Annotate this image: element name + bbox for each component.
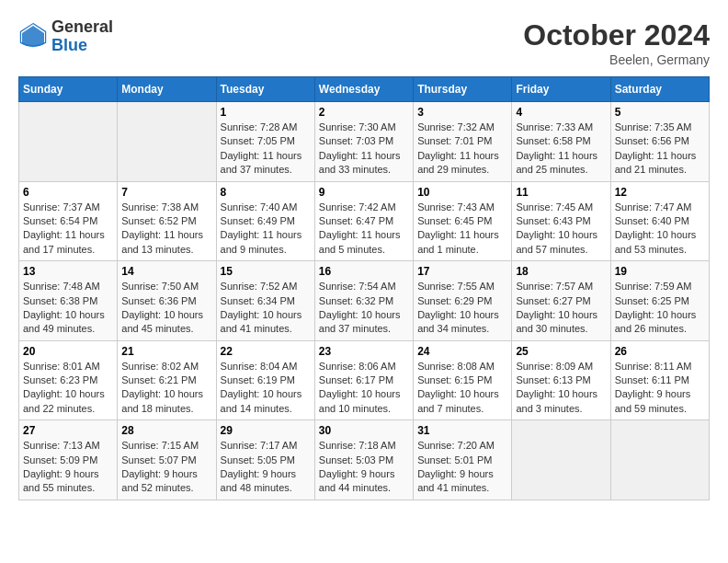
calendar-cell: 26Sunrise: 8:11 AM Sunset: 6:11 PM Dayli…	[610, 340, 709, 420]
calendar-cell: 1Sunrise: 7:28 AM Sunset: 7:05 PM Daylig…	[216, 102, 314, 182]
calendar-week-3: 13Sunrise: 7:48 AM Sunset: 6:38 PM Dayli…	[19, 261, 710, 341]
day-number: 9	[319, 186, 409, 199]
calendar-cell: 3Sunrise: 7:32 AM Sunset: 7:01 PM Daylig…	[414, 102, 512, 182]
day-info: Sunrise: 7:32 AM Sunset: 7:01 PM Dayligh…	[417, 121, 507, 178]
calendar-week-1: 1Sunrise: 7:28 AM Sunset: 7:05 PM Daylig…	[19, 102, 710, 182]
day-number: 25	[516, 345, 606, 358]
calendar-cell: 19Sunrise: 7:59 AM Sunset: 6:25 PM Dayli…	[610, 261, 709, 341]
calendar-cell: 24Sunrise: 8:08 AM Sunset: 6:15 PM Dayli…	[414, 340, 512, 420]
day-number: 3	[417, 106, 507, 119]
calendar-cell	[512, 420, 610, 500]
calendar-week-4: 20Sunrise: 8:01 AM Sunset: 6:23 PM Dayli…	[19, 340, 710, 420]
day-info: Sunrise: 8:01 AM Sunset: 6:23 PM Dayligh…	[23, 360, 113, 417]
calendar-cell: 18Sunrise: 7:57 AM Sunset: 6:27 PM Dayli…	[512, 261, 610, 341]
calendar-cell: 29Sunrise: 7:17 AM Sunset: 5:05 PM Dayli…	[216, 420, 314, 500]
day-info: Sunrise: 8:08 AM Sunset: 6:15 PM Dayligh…	[417, 360, 507, 417]
day-number: 6	[23, 186, 113, 199]
calendar-cell: 8Sunrise: 7:40 AM Sunset: 6:49 PM Daylig…	[216, 181, 314, 261]
calendar-cell: 17Sunrise: 7:55 AM Sunset: 6:29 PM Dayli…	[414, 261, 512, 341]
calendar-cell: 14Sunrise: 7:50 AM Sunset: 6:36 PM Dayli…	[118, 261, 216, 341]
day-info: Sunrise: 7:52 AM Sunset: 6:34 PM Dayligh…	[221, 280, 311, 337]
calendar-cell: 25Sunrise: 8:09 AM Sunset: 6:13 PM Dayli…	[512, 340, 610, 420]
logo: General Blue	[18, 18, 113, 55]
day-info: Sunrise: 7:43 AM Sunset: 6:45 PM Dayligh…	[417, 201, 507, 258]
day-number: 13	[23, 265, 113, 278]
day-number: 8	[221, 186, 311, 199]
day-info: Sunrise: 8:02 AM Sunset: 6:21 PM Dayligh…	[121, 360, 211, 417]
calendar-cell: 2Sunrise: 7:30 AM Sunset: 7:03 PM Daylig…	[314, 102, 413, 182]
calendar-header: SundayMondayTuesdayWednesdayThursdayFrid…	[19, 77, 710, 102]
day-number: 12	[615, 186, 705, 199]
day-number: 17	[417, 265, 507, 278]
day-info: Sunrise: 7:57 AM Sunset: 6:27 PM Dayligh…	[516, 280, 606, 337]
logo-blue: Blue	[51, 37, 113, 55]
weekday-header-tuesday: Tuesday	[216, 77, 314, 102]
calendar-cell: 12Sunrise: 7:47 AM Sunset: 6:40 PM Dayli…	[610, 181, 709, 261]
calendar-cell: 23Sunrise: 8:06 AM Sunset: 6:17 PM Dayli…	[314, 340, 413, 420]
location-subtitle: Beelen, Germany	[523, 52, 710, 67]
calendar-cell	[118, 102, 216, 182]
day-number: 4	[516, 106, 606, 119]
calendar-cell: 22Sunrise: 8:04 AM Sunset: 6:19 PM Dayli…	[216, 340, 314, 420]
day-number: 30	[319, 424, 409, 437]
day-info: Sunrise: 7:37 AM Sunset: 6:54 PM Dayligh…	[23, 201, 113, 258]
weekday-header-saturday: Saturday	[610, 77, 709, 102]
day-info: Sunrise: 7:42 AM Sunset: 6:47 PM Dayligh…	[319, 201, 409, 258]
logo-icon	[18, 22, 48, 52]
day-number: 15	[221, 265, 311, 278]
day-info: Sunrise: 7:30 AM Sunset: 7:03 PM Dayligh…	[319, 121, 409, 178]
day-number: 11	[516, 186, 606, 199]
day-number: 24	[417, 345, 507, 358]
day-info: Sunrise: 7:13 AM Sunset: 5:09 PM Dayligh…	[23, 439, 113, 496]
day-number: 31	[417, 424, 507, 437]
weekday-row: SundayMondayTuesdayWednesdayThursdayFrid…	[19, 77, 710, 102]
day-info: Sunrise: 7:17 AM Sunset: 5:05 PM Dayligh…	[221, 439, 311, 496]
calendar-cell: 28Sunrise: 7:15 AM Sunset: 5:07 PM Dayli…	[118, 420, 216, 500]
day-number: 7	[121, 186, 211, 199]
day-info: Sunrise: 7:45 AM Sunset: 6:43 PM Dayligh…	[516, 201, 606, 258]
calendar-cell: 9Sunrise: 7:42 AM Sunset: 6:47 PM Daylig…	[314, 181, 413, 261]
day-number: 22	[221, 345, 311, 358]
calendar-table: SundayMondayTuesdayWednesdayThursdayFrid…	[18, 76, 710, 500]
day-info: Sunrise: 7:35 AM Sunset: 6:56 PM Dayligh…	[615, 121, 705, 178]
weekday-header-thursday: Thursday	[414, 77, 512, 102]
calendar-cell: 21Sunrise: 8:02 AM Sunset: 6:21 PM Dayli…	[118, 340, 216, 420]
day-info: Sunrise: 7:20 AM Sunset: 5:01 PM Dayligh…	[417, 439, 507, 496]
day-info: Sunrise: 8:09 AM Sunset: 6:13 PM Dayligh…	[516, 360, 606, 417]
day-number: 18	[516, 265, 606, 278]
calendar-cell: 27Sunrise: 7:13 AM Sunset: 5:09 PM Dayli…	[19, 420, 118, 500]
calendar-cell	[610, 420, 709, 500]
day-info: Sunrise: 7:28 AM Sunset: 7:05 PM Dayligh…	[221, 121, 311, 178]
calendar-cell: 30Sunrise: 7:18 AM Sunset: 5:03 PM Dayli…	[314, 420, 413, 500]
day-info: Sunrise: 7:59 AM Sunset: 6:25 PM Dayligh…	[615, 280, 705, 337]
calendar-cell: 31Sunrise: 7:20 AM Sunset: 5:01 PM Dayli…	[414, 420, 512, 500]
day-number: 26	[615, 345, 705, 358]
calendar-week-5: 27Sunrise: 7:13 AM Sunset: 5:09 PM Dayli…	[19, 420, 710, 500]
day-info: Sunrise: 7:54 AM Sunset: 6:32 PM Dayligh…	[319, 280, 409, 337]
day-number: 21	[121, 345, 211, 358]
day-info: Sunrise: 7:18 AM Sunset: 5:03 PM Dayligh…	[319, 439, 409, 496]
day-info: Sunrise: 7:48 AM Sunset: 6:38 PM Dayligh…	[23, 280, 113, 337]
day-number: 10	[417, 186, 507, 199]
calendar-body: 1Sunrise: 7:28 AM Sunset: 7:05 PM Daylig…	[19, 102, 710, 500]
weekday-header-wednesday: Wednesday	[314, 77, 413, 102]
day-info: Sunrise: 7:33 AM Sunset: 6:58 PM Dayligh…	[516, 121, 606, 178]
weekday-header-monday: Monday	[118, 77, 216, 102]
calendar-cell: 11Sunrise: 7:45 AM Sunset: 6:43 PM Dayli…	[512, 181, 610, 261]
calendar-cell: 7Sunrise: 7:38 AM Sunset: 6:52 PM Daylig…	[118, 181, 216, 261]
day-number: 20	[23, 345, 113, 358]
day-info: Sunrise: 7:38 AM Sunset: 6:52 PM Dayligh…	[121, 201, 211, 258]
calendar-cell: 4Sunrise: 7:33 AM Sunset: 6:58 PM Daylig…	[512, 102, 610, 182]
day-number: 1	[221, 106, 311, 119]
calendar-cell: 6Sunrise: 7:37 AM Sunset: 6:54 PM Daylig…	[19, 181, 118, 261]
day-info: Sunrise: 7:40 AM Sunset: 6:49 PM Dayligh…	[221, 201, 311, 258]
day-info: Sunrise: 7:50 AM Sunset: 6:36 PM Dayligh…	[121, 280, 211, 337]
day-info: Sunrise: 7:47 AM Sunset: 6:40 PM Dayligh…	[615, 201, 705, 258]
logo-text: General Blue	[51, 18, 113, 55]
month-title: October 2024	[523, 18, 710, 52]
day-number: 27	[23, 424, 113, 437]
weekday-header-friday: Friday	[512, 77, 610, 102]
calendar-cell: 10Sunrise: 7:43 AM Sunset: 6:45 PM Dayli…	[414, 181, 512, 261]
day-number: 5	[615, 106, 705, 119]
day-number: 2	[319, 106, 409, 119]
